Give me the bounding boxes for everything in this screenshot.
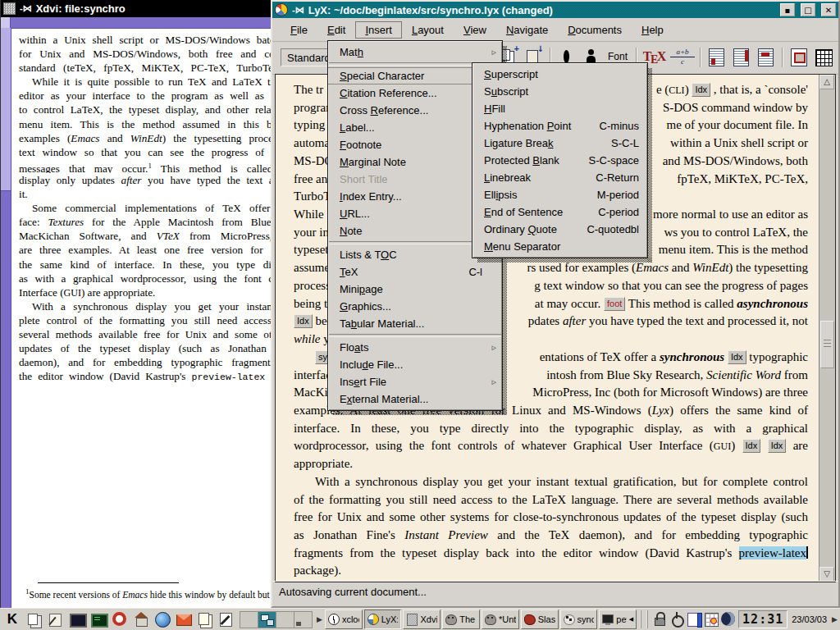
task-the-g[interactable]: The G: [442, 609, 480, 629]
help-launcher-icon[interactable]: [110, 609, 130, 629]
inset-idx[interactable]: Idx: [742, 439, 761, 453]
menubar-item-navigate[interactable]: Navigate: [496, 21, 558, 39]
panel-grip[interactable]: [640, 610, 648, 628]
insert-figure-icon[interactable]: [788, 46, 810, 68]
panel-hide-arrow-icon[interactable]: ▶: [831, 615, 838, 623]
list-insert-1-icon[interactable]: [705, 46, 728, 68]
xdvi-vertical-scrollbar-thumb[interactable]: [1, 190, 11, 608]
menu-item-hfill[interactable]: HFill: [472, 100, 647, 117]
window-pin-icon[interactable]: -⋈: [20, 3, 32, 14]
insert-table-icon[interactable]: [812, 46, 834, 68]
inset-idx[interactable]: Idx: [692, 83, 710, 97]
xdvi-horizontal-scrollbar[interactable]: [1, 17, 302, 29]
inset-idx[interactable]: Idx: [728, 350, 746, 364]
task-lyx[interactable]: LyX:: [364, 609, 402, 629]
menubar-item-help[interactable]: Help: [632, 21, 673, 39]
korganizer-tray-icon[interactable]: [703, 610, 719, 628]
home-launcher-icon[interactable]: [131, 609, 151, 629]
kmoon-tray-icon[interactable]: [720, 610, 737, 628]
menu-item-end-of-sentence[interactable]: End of SentenceC-period: [472, 203, 647, 221]
mail-launcher-icon[interactable]: [174, 609, 194, 629]
inset-idx[interactable]: Idx: [294, 314, 313, 328]
lyx-titlebar[interactable]: -⋈ LyX: ~/doc/beginlatex/src/synchro.lyx…: [272, 2, 838, 18]
text-run: This method is called: [625, 297, 737, 310]
notes-launcher-icon[interactable]: [195, 609, 215, 629]
scrollbar-thumb[interactable]: [820, 321, 834, 368]
task-label: The G: [459, 614, 477, 624]
menu-item-label: Floats: [340, 341, 368, 354]
task-unti[interactable]: *Unti: [482, 609, 519, 629]
menu-item-ligature-break[interactable]: Ligature BreakS-C-L: [472, 135, 647, 152]
text-run: package).: [294, 564, 341, 577]
text-run[interactable]: preview-latex: [739, 546, 806, 559]
menubar-item-file[interactable]: File: [281, 21, 317, 39]
list-insert-3-icon[interactable]: [755, 46, 777, 68]
xdvi-titlebar[interactable]: -⋈ Xdvi: file:synchro: [1, 0, 277, 17]
menu-item-subscript[interactable]: Subscript: [472, 83, 647, 100]
menu-item-tex[interactable]: TeXC-l: [328, 263, 502, 281]
desktop-launcher-icon[interactable]: [46, 609, 66, 629]
menu-item-include-file[interactable]: Include File...: [328, 356, 502, 373]
menu-item-hyphenation-point[interactable]: Hyphenation PointC-minus: [472, 117, 647, 135]
menu-item-shortcut: C-l: [468, 263, 482, 281]
text-run: at may occur.: [535, 297, 604, 310]
editor-pen-launcher-icon[interactable]: [217, 609, 236, 629]
text-run: ws you to control LaTeX, the: [664, 226, 808, 239]
task-slas[interactable]: Slas: [521, 609, 559, 629]
list-insert-2-icon[interactable]: [730, 46, 752, 68]
scroll-up-button[interactable]: △: [819, 75, 834, 89]
menu-item-minipage[interactable]: Minipage: [328, 281, 502, 298]
lyx-window: -⋈ LyX: ~/doc/beginlatex/src/synchro.lyx…: [271, 0, 840, 608]
slash-icon: [524, 614, 536, 625]
pager-desktop-1[interactable]: [240, 612, 258, 628]
text-run: ): [685, 83, 692, 96]
pager-desktop-2[interactable]: [258, 612, 276, 628]
klipper-tray-icon[interactable]: [686, 610, 702, 628]
inset-foot[interactable]: foot: [604, 297, 625, 311]
menu-item-tabular-material[interactable]: Tabular Material...: [328, 315, 502, 332]
scroll-down-button[interactable]: ▽: [819, 567, 834, 582]
menu-item-math[interactable]: Math▹: [328, 43, 502, 61]
menu-item-graphics[interactable]: Graphics...: [328, 298, 502, 315]
terminal-green-launcher-icon[interactable]: [89, 609, 108, 629]
task-pete[interactable]: pete◀: [599, 609, 637, 629]
xdvi-horizontal-scrollbar-thumb[interactable]: [11, 17, 302, 28]
task-xcloc[interactable]: xcloc: [325, 609, 363, 629]
menubar-item-insert[interactable]: Insert: [355, 21, 402, 39]
date[interactable]: 23/03/03: [789, 614, 829, 624]
menubar-item-view[interactable]: View: [454, 21, 496, 39]
power-tray-icon[interactable]: [669, 610, 685, 628]
pager-arrow-icon[interactable]: ▶: [316, 615, 323, 623]
menubar-item-edit[interactable]: Edit: [317, 21, 355, 39]
math-fraction-icon[interactable]: a+bc: [670, 46, 695, 68]
menubar-item-documents[interactable]: Documents: [558, 21, 632, 39]
browser-globe-launcher-icon[interactable]: [153, 609, 172, 629]
menu-item-superscript[interactable]: Superscript: [472, 66, 647, 83]
inset-idx[interactable]: Idx: [768, 439, 787, 453]
minimize-button[interactable]: ▪: [780, 3, 795, 16]
menu-item-menu-separator[interactable]: Menu Separator: [472, 238, 647, 255]
window-list-launcher-icon[interactable]: [25, 609, 44, 629]
konsole-dark-launcher-icon[interactable]: [67, 609, 87, 629]
task-xdvi[interactable]: Xdvi:: [403, 609, 441, 629]
close-button[interactable]: ✕: [821, 3, 836, 16]
pager-desktop-3[interactable]: [276, 612, 294, 628]
clock[interactable]: 12:31: [738, 610, 788, 628]
xdvi-vertical-scrollbar[interactable]: [1, 28, 11, 608]
text-run: Emacs: [71, 132, 99, 144]
kmenu-button[interactable]: K: [2, 609, 23, 629]
menu-item-ordinary-quote[interactable]: Ordinary QuoteC-quotedbl: [472, 221, 647, 238]
lyx-vertical-scrollbar[interactable]: △ ▽: [819, 75, 835, 582]
menu-item-floats[interactable]: Floats▹: [328, 339, 502, 356]
menu-item-linebreak[interactable]: LinebreakC-Return: [472, 169, 647, 186]
menu-item-external-material[interactable]: External Material...: [328, 390, 502, 408]
menu-item-insert-file[interactable]: Insert File▹: [328, 373, 502, 390]
lock-tray-icon[interactable]: [651, 610, 668, 628]
window-pin-icon[interactable]: -⋈: [292, 5, 304, 16]
menu-item-protected-blank[interactable]: Protected BlankS-C-space: [472, 152, 647, 169]
menubar-item-layout[interactable]: Layout: [402, 21, 454, 39]
maximize-button[interactable]: □: [801, 3, 815, 16]
pager-desktop-4[interactable]: [294, 612, 312, 628]
menu-item-ellipsis[interactable]: EllipsisM-period: [472, 186, 647, 203]
task-sync[interactable]: sync: [560, 609, 598, 629]
